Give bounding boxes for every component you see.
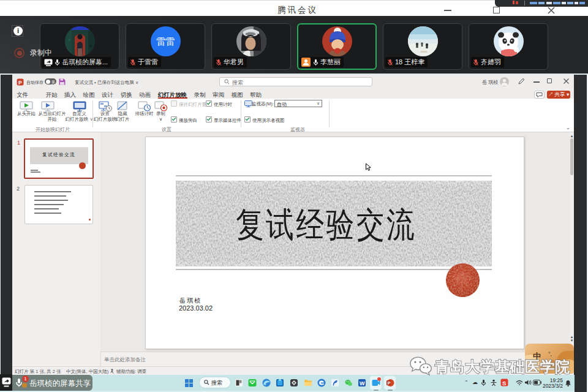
svg-text:青岛大学基础医学院: 青岛大学基础医学院 — [434, 358, 570, 375]
svg-text:P: P — [18, 80, 22, 86]
svg-text:P: P — [388, 380, 391, 386]
svg-text:W: W — [360, 380, 365, 386]
svg-text:S: S — [502, 380, 506, 386]
